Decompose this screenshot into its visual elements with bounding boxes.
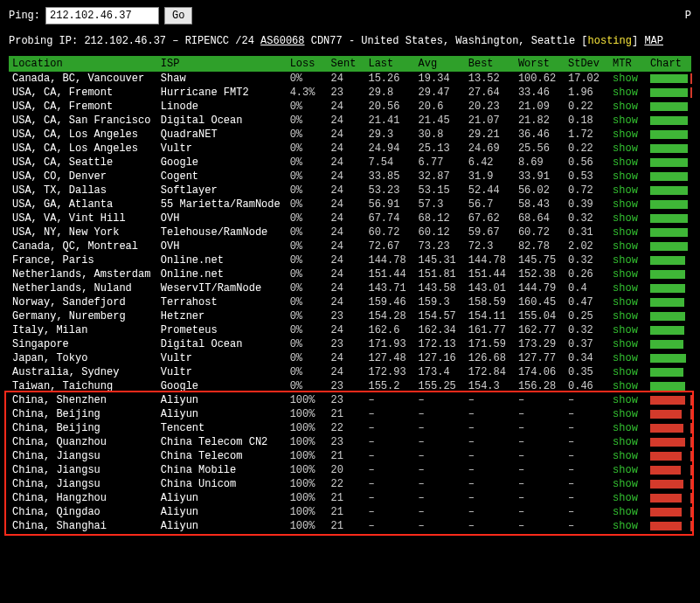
mtr-show-link[interactable]: show (613, 156, 638, 169)
cell-loss: 0% (287, 142, 328, 156)
mtr-show-link[interactable]: show (613, 366, 638, 378)
cell-loss: 0% (287, 114, 328, 128)
cell-worst: – (515, 463, 565, 477)
mtr-show-link[interactable]: show (613, 226, 638, 239)
probe-prefix: Probing IP: (9, 35, 84, 47)
mtr-show-link[interactable]: show (613, 520, 638, 532)
cell-last: 127.48 (364, 351, 414, 365)
mtr-show-link[interactable]: show (613, 100, 638, 113)
mtr-show-link[interactable]: show (613, 478, 638, 490)
cell-best: 29.21 (465, 128, 515, 142)
mtr-show-link[interactable]: show (613, 128, 638, 141)
col-best: Best (465, 56, 515, 72)
mtr-show-link[interactable]: show (613, 73, 638, 85)
cell-avg: 155.25 (415, 379, 465, 393)
cell-chart (647, 449, 691, 463)
mtr-show-link[interactable]: show (613, 408, 638, 420)
cell-stdev: 0.46 (565, 379, 609, 393)
mtr-show-link[interactable]: show (613, 296, 638, 308)
col-loss: Loss (287, 56, 328, 72)
mtr-show-link[interactable]: show (613, 87, 638, 99)
cell-best: – (465, 393, 515, 407)
probe-summary: Probing IP: 212.102.46.37 – RIPENCC /24 … (9, 35, 691, 47)
chart-bar (650, 522, 690, 530)
cell-best: 31.9 (465, 170, 515, 184)
mtr-show-link[interactable]: show (613, 240, 638, 253)
cell-last: 29.8 (364, 86, 414, 100)
mtr-show-link[interactable]: show (613, 352, 638, 364)
mtr-show-link[interactable]: show (613, 506, 638, 518)
mtr-show-link[interactable]: show (613, 464, 638, 476)
cell-avg: – (415, 519, 465, 533)
mtr-show-link[interactable]: show (613, 338, 638, 350)
map-link[interactable]: MAP (644, 35, 663, 47)
mtr-show-link[interactable]: show (613, 324, 638, 336)
cell-mtr: show (609, 211, 647, 225)
cell-location: USA, CA, Fremont (9, 86, 157, 100)
cell-loss: 100% (287, 449, 328, 463)
cell-sent: 24 (328, 142, 365, 156)
mtr-show-link[interactable]: show (613, 450, 638, 462)
mtr-show-link[interactable]: show (613, 212, 638, 225)
chart-bar (650, 396, 690, 405)
cell-sent: 21 (328, 519, 365, 533)
chart-bar (650, 410, 690, 419)
mtr-show-link[interactable]: show (613, 492, 638, 504)
mtr-show-link[interactable]: show (613, 436, 638, 448)
cell-sent: 24 (328, 365, 365, 379)
go-button[interactable]: Go (164, 7, 192, 24)
asn-link[interactable]: AS60068 (260, 35, 304, 47)
cell-loss: 100% (287, 519, 328, 533)
cell-loss: 0% (287, 267, 328, 281)
cell-loss: 0% (287, 253, 328, 267)
cell-stdev: 0.35 (565, 365, 609, 379)
mtr-show-link[interactable]: show (613, 380, 638, 392)
col-sent: Sent (328, 56, 365, 72)
cell-stdev: 0.32 (565, 211, 609, 225)
mtr-show-link[interactable]: show (613, 254, 638, 267)
cell-loss: 4.3% (287, 86, 328, 100)
cell-worst: 156.28 (515, 379, 565, 393)
mtr-show-link[interactable]: show (613, 142, 638, 155)
cell-last: – (364, 519, 414, 533)
ip-input[interactable] (45, 7, 159, 24)
mtr-show-link[interactable]: show (613, 184, 638, 197)
cell-isp: China Unicom (157, 477, 287, 491)
cell-last: 67.74 (364, 211, 414, 225)
cell-last: 33.85 (364, 170, 414, 184)
mtr-show-link[interactable]: show (613, 394, 638, 406)
mtr-show-link[interactable]: show (613, 268, 638, 281)
cell-worst: 68.64 (515, 211, 565, 225)
cell-chart (647, 393, 691, 407)
cell-chart (647, 114, 691, 128)
table-row: USA, CA, Los AngelesVultr0%2424.9425.132… (9, 142, 691, 156)
col-avg: Avg (415, 56, 465, 72)
cell-stdev: 1.72 (565, 128, 609, 142)
probe-close: ] (632, 35, 644, 47)
cell-isp: Online.net (157, 267, 287, 281)
cell-avg: 60.12 (415, 225, 465, 239)
table-row: USA, CA, Los AngelesQuadraNET0%2429.330.… (9, 128, 691, 142)
cell-loss: 0% (287, 295, 328, 309)
mtr-show-link[interactable]: show (613, 114, 638, 127)
cell-mtr: show (609, 407, 647, 421)
chart-bar (650, 130, 690, 139)
cell-isp: Online.net (157, 253, 287, 267)
cell-worst: 144.79 (515, 281, 565, 295)
mtr-show-link[interactable]: show (613, 282, 638, 295)
mtr-show-link[interactable]: show (613, 422, 638, 434)
table-row: France, ParisOnline.net0%24144.78145.311… (9, 253, 691, 267)
cell-loss: 100% (287, 463, 328, 477)
cell-mtr: show (609, 463, 647, 477)
mtr-show-link[interactable]: show (613, 198, 638, 211)
cell-best: 52.44 (465, 184, 515, 198)
cell-stdev: 17.02 (565, 72, 609, 86)
cell-location: Japan, Tokyo (9, 351, 157, 365)
mtr-show-link[interactable]: show (613, 310, 638, 322)
mtr-show-link[interactable]: show (613, 170, 638, 183)
cell-stdev: – (565, 435, 609, 449)
cell-sent: 24 (328, 198, 365, 211)
cell-avg: – (415, 393, 465, 407)
col-chart: Chart (647, 56, 691, 72)
cell-worst: 162.77 (515, 323, 565, 337)
